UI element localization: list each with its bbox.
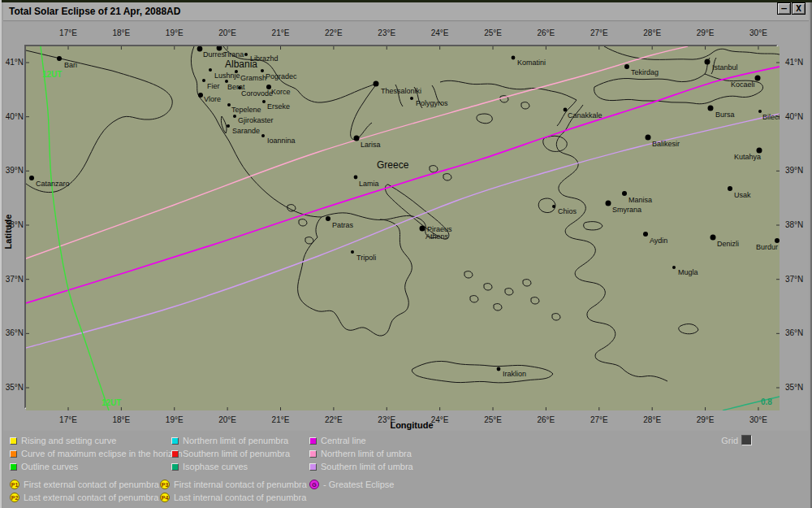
city-marker bbox=[261, 134, 265, 137]
city-marker bbox=[233, 115, 236, 118]
city-label: Thessaloniki bbox=[381, 87, 421, 95]
lon-tick-bottom: 21°E bbox=[261, 415, 301, 424]
lat-tick-right: 39°N bbox=[785, 166, 810, 175]
city-label: Manisa bbox=[628, 196, 652, 204]
city-label: Erseke bbox=[267, 102, 290, 111]
y-axis-title: Latitude bbox=[3, 211, 13, 253]
lon-tick-bottom: 20°E bbox=[207, 415, 248, 424]
lat-tick-left: 37°N bbox=[4, 275, 24, 284]
legend-item: Rising and setting curve bbox=[10, 436, 116, 445]
legend-label: Northern limit of penumbra bbox=[183, 436, 288, 445]
lon-tick-bottom: 18°E bbox=[101, 415, 141, 424]
grid-checkbox[interactable] bbox=[741, 435, 752, 445]
legend-color-chip bbox=[171, 450, 179, 458]
legend-label: Southern limit of penumbra bbox=[183, 449, 290, 458]
city-label: Balikesir bbox=[652, 140, 680, 148]
city-label: Athens bbox=[425, 232, 449, 241]
city-label: Istanbul bbox=[712, 63, 738, 72]
city-marker bbox=[410, 97, 413, 100]
city-marker bbox=[235, 70, 238, 73]
legend-color-chip bbox=[10, 450, 17, 458]
city-marker bbox=[351, 250, 354, 254]
close-icon: X bbox=[796, 4, 801, 13]
contact-item: P4Last internal contact of penumbra bbox=[160, 493, 306, 502]
legend-item: Northern limit of umbra bbox=[309, 449, 412, 458]
lat-tick-left: 41°N bbox=[4, 58, 24, 67]
plot-area: Latitude Longitude 17°E17°E18°E18°E19°E1… bbox=[3, 22, 809, 431]
curve-label: 0.8 bbox=[761, 397, 772, 406]
lon-tick-top: 25°E bbox=[473, 28, 513, 37]
titlebar[interactable]: Total Solar Eclipse of 21 Apr, 2088AD bbox=[3, 2, 809, 21]
legend-color-chip bbox=[10, 437, 17, 445]
contact-label: Last internal contact of penumbra bbox=[174, 493, 306, 502]
city-label: Patras bbox=[332, 221, 354, 229]
lon-tick-bottom: 19°E bbox=[154, 415, 195, 424]
contact-item: P2Last external contact of penumbra bbox=[10, 493, 158, 502]
legend-color-chip bbox=[309, 463, 317, 471]
minimize-button[interactable]: – bbox=[777, 2, 791, 15]
legend-label: Rising and setting curve bbox=[21, 436, 116, 445]
city-label: Bilecik bbox=[762, 113, 780, 121]
city-label: Ioannina bbox=[267, 137, 296, 145]
legend-item: Outline curves bbox=[10, 462, 78, 471]
lat-tick-left: 38°N bbox=[4, 220, 24, 229]
legend-color-chip bbox=[171, 463, 179, 471]
close-window-button[interactable]: X bbox=[792, 2, 806, 15]
city-marker bbox=[728, 186, 732, 191]
lon-tick-top: 29°E bbox=[685, 28, 726, 37]
lon-tick-top: 17°E bbox=[48, 28, 89, 37]
city-marker bbox=[326, 216, 330, 221]
map-frame: 12UT12UT0.8BariCatanzaroDurresTiranaLibr… bbox=[24, 45, 778, 409]
lon-tick-top: 26°E bbox=[525, 28, 566, 37]
contact-badge-icon: G bbox=[309, 480, 319, 489]
contact-item: P3First internal contact of penumbra bbox=[160, 480, 307, 489]
city-marker bbox=[624, 64, 629, 69]
city-marker bbox=[202, 79, 205, 82]
city-marker bbox=[755, 76, 761, 81]
city-marker bbox=[244, 53, 248, 56]
city-marker bbox=[354, 176, 358, 180]
city-label: Aydin bbox=[650, 237, 667, 245]
minimize-icon: – bbox=[781, 4, 787, 13]
contact-label: - Greatest Eclipse bbox=[323, 480, 394, 489]
lat-tick-right: 36°N bbox=[785, 328, 810, 337]
city-marker bbox=[512, 56, 516, 60]
lon-tick-top: 19°E bbox=[154, 28, 195, 37]
city-marker bbox=[374, 81, 379, 87]
city-marker bbox=[606, 201, 611, 206]
contact-badge-icon: P4 bbox=[160, 493, 170, 502]
city-label: Kocaeli bbox=[731, 80, 755, 89]
city-marker bbox=[758, 110, 762, 113]
curve-label: 12UT bbox=[42, 70, 62, 79]
lon-tick-top: 18°E bbox=[101, 28, 141, 37]
city-label: Fier bbox=[207, 82, 220, 90]
lon-tick-bottom: 22°E bbox=[313, 415, 354, 424]
lon-tick-top: 22°E bbox=[313, 28, 354, 37]
lat-tick-right: 41°N bbox=[785, 58, 810, 67]
lat-tick-left: 36°N bbox=[4, 328, 24, 337]
city-marker bbox=[705, 59, 710, 65]
lon-tick-top: 24°E bbox=[420, 28, 460, 37]
city-marker bbox=[672, 266, 676, 269]
lat-tick-right: 35°N bbox=[785, 383, 810, 392]
contact-label: First internal contact of penumbra bbox=[174, 480, 307, 489]
city-marker bbox=[643, 232, 648, 237]
city-label: Bari bbox=[64, 61, 77, 69]
legend-color-chip bbox=[309, 450, 317, 458]
legend-item: Isophase curves bbox=[171, 462, 248, 471]
legend-item: Central line bbox=[309, 436, 366, 445]
window-title: Total Solar Eclipse of 21 Apr, 2088AD bbox=[3, 6, 180, 17]
city-marker bbox=[708, 106, 714, 111]
city-label: Catanzaro bbox=[36, 180, 70, 188]
eclipse-map[interactable]: 12UT12UT0.8BariCatanzaroDurresTiranaLibr… bbox=[26, 46, 780, 410]
lon-tick-top: 28°E bbox=[632, 28, 672, 37]
city-marker bbox=[198, 93, 203, 98]
city-label: Gjirokaster bbox=[238, 116, 274, 124]
contact-label: Last external contact of penumbra bbox=[24, 493, 158, 502]
lon-tick-bottom: 25°E bbox=[473, 415, 513, 424]
map-background bbox=[26, 46, 780, 410]
legend-color-chip bbox=[309, 437, 317, 445]
lon-tick-bottom: 28°E bbox=[632, 415, 672, 424]
city-marker bbox=[646, 135, 651, 141]
city-label: Corovode bbox=[241, 89, 273, 98]
